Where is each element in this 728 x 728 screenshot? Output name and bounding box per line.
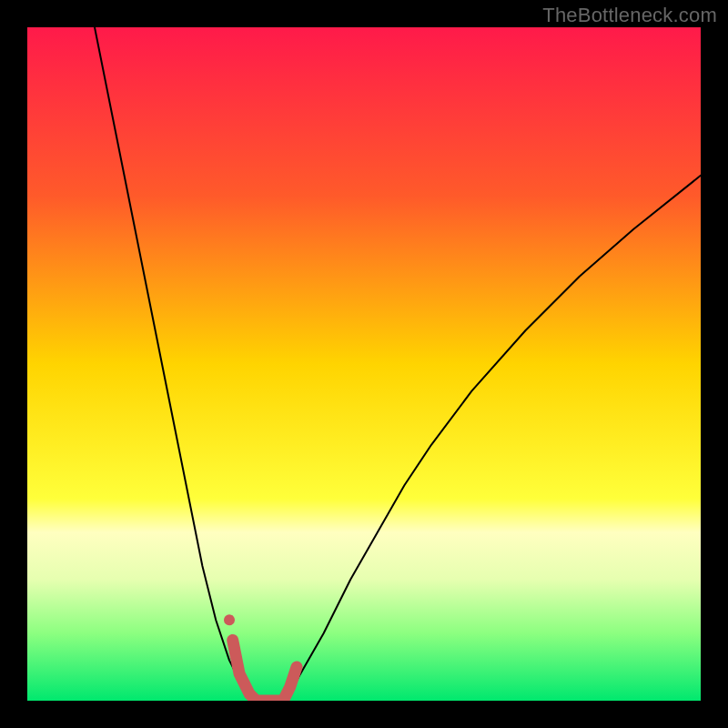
chart-svg [27,27,701,701]
chart-frame: TheBottleneck.com [0,0,728,728]
plot-area [27,27,701,701]
watermark-label: TheBottleneck.com [542,4,717,27]
marker-dot [224,614,235,625]
points-group [224,614,235,625]
gradient-rect [27,27,701,701]
